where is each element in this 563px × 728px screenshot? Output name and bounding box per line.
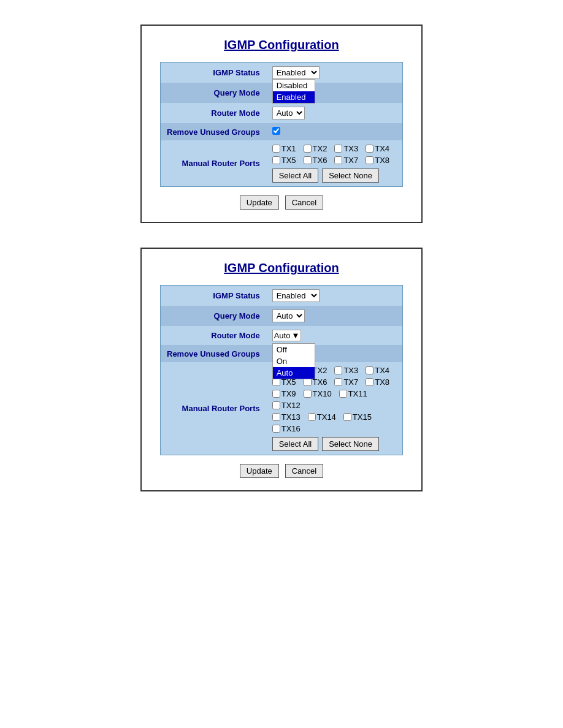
p2-query-mode-value-cell: Off On Auto xyxy=(266,306,403,326)
p2-port-tx3[interactable]: TX3 xyxy=(334,366,358,375)
select-none-button-2[interactable]: Select None xyxy=(322,437,379,451)
p2-port-tx16[interactable]: TX16 xyxy=(272,424,301,433)
select-all-button-2[interactable]: Select All xyxy=(272,437,318,451)
dropdown-arrow-icon: ▼ xyxy=(291,331,299,340)
panel1-title: IGMP Configuration xyxy=(160,38,403,52)
igmp-status-row: IGMP Status Disabled Enabled Disabled En… xyxy=(161,63,403,83)
remove-unused-label: Remove Unused Groups xyxy=(161,123,266,140)
p2-port-tx9[interactable]: TX9 xyxy=(272,389,296,398)
p2-port-tx10[interactable]: TX10 xyxy=(304,389,332,398)
p2-igmp-status-row: IGMP Status Disabled Enabled xyxy=(161,286,403,306)
p2-tx7-checkbox[interactable] xyxy=(334,378,342,386)
port-tx3[interactable]: TX3 xyxy=(334,144,358,153)
p2-igmp-status-select[interactable]: Disabled Enabled xyxy=(272,289,320,302)
p2-drop-auto[interactable]: Auto xyxy=(273,367,315,379)
p2-port-tx15[interactable]: TX15 xyxy=(343,412,372,422)
panel2-title: IGMP Configuration xyxy=(160,261,403,275)
ports-row1: TX1 TX2 TX3 TX4 xyxy=(272,144,396,153)
igmp-status-dropdown-overlay: Disabled Enabled xyxy=(272,79,315,104)
port-tx1[interactable]: TX1 xyxy=(272,144,296,153)
p2-query-mode-row: Query Mode Off On Auto xyxy=(161,306,403,326)
panel2-action-row: Update Cancel xyxy=(160,464,403,478)
p2-router-mode-label: Router Mode xyxy=(161,326,266,345)
p2-query-mode-select[interactable]: Off On Auto xyxy=(272,309,305,322)
p2-remove-unused-label: Remove Unused Groups xyxy=(161,345,266,362)
update-button-1[interactable]: Update xyxy=(240,195,279,210)
tx4-checkbox[interactable] xyxy=(366,145,373,153)
p2-tx3-checkbox[interactable] xyxy=(334,366,342,374)
port-tx4[interactable]: TX4 xyxy=(366,144,389,153)
p2-port-tx14[interactable]: TX14 xyxy=(308,412,336,422)
update-button-2[interactable]: Update xyxy=(240,464,279,478)
port-tx8[interactable]: TX8 xyxy=(366,156,389,165)
p2-tx12-checkbox[interactable] xyxy=(272,401,280,409)
tx5-checkbox[interactable] xyxy=(272,156,280,164)
p2-port-tx12[interactable]: TX12 xyxy=(272,401,301,410)
manual-router-ports-cell: TX1 TX2 TX3 TX4 TX5 TX6 TX7 TX8 Select A… xyxy=(266,140,403,187)
router-mode-label: Router Mode xyxy=(161,103,266,123)
igmp-config-panel-1: IGMP Configuration IGMP Status Disabled … xyxy=(140,25,423,223)
select-none-button-1[interactable]: Select None xyxy=(322,169,379,183)
panel1-select-buttons: Select All Select None xyxy=(272,169,396,183)
tx6-checkbox[interactable] xyxy=(304,156,312,164)
igmp-status-value-cell: Disabled Enabled Disabled Enabled xyxy=(266,63,403,83)
port-tx7[interactable]: TX7 xyxy=(334,156,358,165)
p2-router-mode-display: Auto xyxy=(274,331,291,340)
drop-enabled[interactable]: Enabled xyxy=(273,91,315,103)
tx8-checkbox[interactable] xyxy=(366,156,373,164)
igmp-status-label: IGMP Status xyxy=(161,63,266,83)
igmp-status-dropdown-container: Disabled Enabled Disabled Enabled xyxy=(272,66,320,79)
p2-tx14-checkbox[interactable] xyxy=(308,413,316,421)
remove-unused-checkbox[interactable] xyxy=(272,127,280,135)
p2-tx8-checkbox[interactable] xyxy=(366,378,373,386)
p2-drop-on[interactable]: On xyxy=(273,355,315,367)
port-tx5[interactable]: TX5 xyxy=(272,156,296,165)
select-all-button-1[interactable]: Select All xyxy=(272,169,318,183)
drop-disabled[interactable]: Disabled xyxy=(273,80,315,91)
p2-port-tx8[interactable]: TX8 xyxy=(366,377,389,387)
p2-router-mode-trigger[interactable]: Auto ▼ xyxy=(272,330,302,341)
router-mode-select[interactable]: Off On Auto xyxy=(272,107,305,119)
tx3-checkbox[interactable] xyxy=(334,145,342,153)
p2-igmp-status-label: IGMP Status xyxy=(161,286,266,306)
port-tx6[interactable]: TX6 xyxy=(304,156,327,165)
p2-port-tx13[interactable]: TX13 xyxy=(272,412,301,422)
panel1-action-row: Update Cancel xyxy=(160,195,403,210)
p2-tx9-checkbox[interactable] xyxy=(272,390,280,398)
panel1-table: IGMP Status Disabled Enabled Disabled En… xyxy=(160,62,403,187)
p2-query-mode-container: Off On Auto xyxy=(272,309,305,322)
p2-port-tx7[interactable]: TX7 xyxy=(334,377,358,387)
port-tx2[interactable]: TX2 xyxy=(304,144,327,153)
p2-tx10-checkbox[interactable] xyxy=(304,390,312,398)
p2-tx13-checkbox[interactable] xyxy=(272,413,280,421)
p2-tx4-checkbox[interactable] xyxy=(366,366,373,374)
ports-row2: TX5 TX6 TX7 TX8 xyxy=(272,156,396,165)
remove-unused-row: Remove Unused Groups xyxy=(161,123,403,140)
p2-router-dropdown-overlay: Off On Auto xyxy=(272,343,315,379)
igmp-status-select[interactable]: Disabled Enabled xyxy=(272,66,320,79)
tx1-checkbox[interactable] xyxy=(272,145,280,153)
manual-router-row: Manual Router Ports TX1 TX2 TX3 TX4 TX5 … xyxy=(161,140,403,187)
p2-tx15-checkbox[interactable] xyxy=(343,413,351,421)
manual-router-label: Manual Router Ports xyxy=(161,140,266,187)
p2-query-mode-label: Query Mode xyxy=(161,306,266,326)
p2-port-tx4[interactable]: TX4 xyxy=(366,366,389,375)
p2-port-tx11[interactable]: TX11 xyxy=(339,389,367,398)
p2-tx16-checkbox[interactable] xyxy=(272,425,280,433)
p2-ports-row4: TX13 TX14 TX15 TX16 xyxy=(272,412,396,433)
p2-tx11-checkbox[interactable] xyxy=(339,390,347,398)
router-mode-value-cell: Off On Auto xyxy=(266,103,403,123)
p2-manual-router-label: Manual Router Ports xyxy=(161,362,266,455)
router-mode-row: Router Mode Off On Auto xyxy=(161,103,403,123)
cancel-button-1[interactable]: Cancel xyxy=(285,195,323,210)
p2-igmp-status-value-cell: Disabled Enabled xyxy=(266,286,403,306)
query-mode-label: Query Mode xyxy=(161,83,266,103)
tx2-checkbox[interactable] xyxy=(304,145,312,153)
panel2-select-buttons: Select All Select None xyxy=(272,437,396,451)
igmp-config-panel-2: IGMP Configuration IGMP Status Disabled … xyxy=(140,248,423,491)
p2-router-mode-row: Router Mode Off On Auto Auto ▼ Off xyxy=(161,326,403,345)
cancel-button-2[interactable]: Cancel xyxy=(285,464,323,478)
tx7-checkbox[interactable] xyxy=(334,156,342,164)
remove-unused-value-cell xyxy=(266,123,403,140)
p2-drop-off[interactable]: Off xyxy=(273,344,315,355)
